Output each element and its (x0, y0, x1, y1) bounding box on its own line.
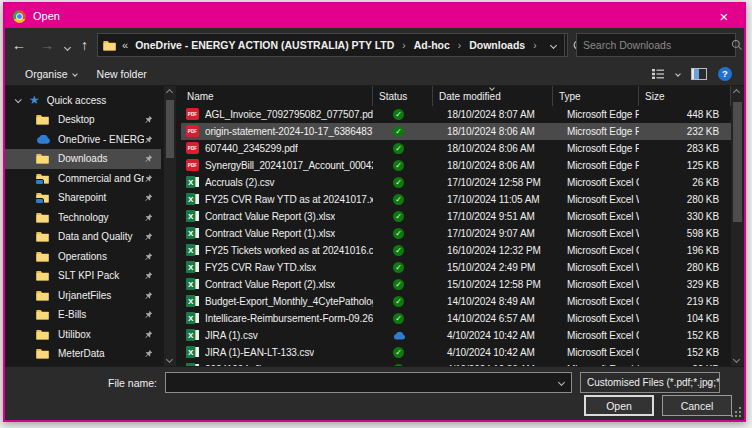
column-header-type[interactable]: Type (553, 86, 639, 106)
help-icon[interactable]: ? (718, 67, 732, 81)
scrollbar-thumb[interactable] (166, 100, 174, 158)
excel-file-icon: X (186, 227, 200, 240)
synced-folder-icon (36, 192, 51, 203)
table-row[interactable]: XFY25 CVR Raw YTD.xlsx✓15/10/2024 2:49 P… (181, 259, 731, 276)
pin-icon[interactable] (144, 174, 153, 183)
up-button[interactable]: ↑ (74, 33, 95, 57)
sidebar-scrollbar[interactable] (164, 86, 176, 366)
pin-icon[interactable] (144, 193, 153, 202)
folder-icon (36, 348, 51, 359)
date-modified: 14/10/2024 6:57 AM (433, 313, 553, 324)
table-row[interactable]: XJIRA (1).csv4/10/2024 10:42 AMMicrosoft… (181, 327, 731, 344)
sidebar-item-technology[interactable]: Technology (5, 208, 161, 228)
table-row[interactable]: PDFAGL_Invoice_7092795082_077507.pdf✓18/… (181, 106, 731, 123)
sidebar-item-commercial-and-growt[interactable]: Commercial and Growt (5, 169, 161, 189)
back-button[interactable]: ← (5, 33, 33, 57)
pin-icon[interactable] (144, 115, 153, 124)
scroll-down-icon[interactable] (733, 356, 740, 363)
sidebar-item-desktop[interactable]: Desktop (5, 110, 161, 130)
sidebar-item-slt-kpi-pack[interactable]: SLT KPI Pack (5, 266, 161, 286)
sidebar-item-meterdata[interactable]: MeterData (5, 344, 161, 364)
table-row[interactable]: XIntellicare-Reimbursement-Form-09.26.2.… (181, 310, 731, 327)
sidebar-item-downloads[interactable]: Downloads (5, 149, 161, 169)
forward-button[interactable]: → (33, 33, 61, 57)
preview-pane-icon[interactable] (691, 68, 707, 80)
search-input[interactable] (577, 39, 724, 51)
status-synced-icon: ✓ (393, 211, 404, 222)
pin-icon[interactable] (144, 271, 153, 280)
sidebar-item-sharepoint[interactable]: Sharepoint (5, 188, 161, 208)
breadcrumb-item-onedrive-energy-action-australia-pty-ltd[interactable]: OneDrive - ENERGY ACTION (AUSTRALIA) PTY… (133, 39, 396, 51)
sidebar-item-onedrive-energy-ac[interactable]: OneDrive - ENERGY AC (5, 130, 161, 150)
view-options-chevron-icon[interactable] (675, 71, 681, 77)
folder-icon (36, 251, 51, 262)
sidebar-item-utilibox[interactable]: Utilibox (5, 325, 161, 345)
status-synced-icon: ✓ (393, 126, 404, 137)
sidebar-item-data-and-quality[interactable]: Data and Quality (5, 227, 161, 247)
table-row[interactable]: XAccruals (2).csv✓17/10/2024 12:58 PMMic… (181, 174, 731, 191)
recent-locations-chevron-icon[interactable] (61, 36, 74, 54)
open-button[interactable]: Open (584, 395, 654, 416)
folder-icon (36, 309, 51, 320)
scroll-down-icon[interactable] (166, 356, 173, 363)
pin-icon[interactable] (144, 154, 153, 163)
breadcrumb-separator-icon[interactable]: › (396, 40, 411, 51)
address-dropdown-chevron-icon[interactable] (543, 34, 564, 56)
pin-icon[interactable] (144, 232, 153, 241)
pin-icon[interactable] (144, 310, 153, 319)
table-row[interactable]: XContract Value Report (2).xlsx✓15/10/20… (181, 276, 731, 293)
sidebar-item-e-bills[interactable]: E-Bills (5, 305, 161, 325)
file-list-scrollbar[interactable] (731, 86, 744, 366)
pin-icon[interactable] (144, 213, 153, 222)
breadcrumb-separator-icon[interactable]: › (527, 40, 542, 51)
quick-access-label: Quick access (47, 95, 106, 106)
file-name-input[interactable] (166, 377, 571, 389)
table-row[interactable]: XFY25 CVR Raw YTD as at 20241017.xlsx✓17… (181, 191, 731, 208)
address-bar[interactable]: « OneDrive - ENERGY ACTION (AUSTRALIA) P… (97, 33, 568, 57)
pin-icon[interactable] (144, 330, 153, 339)
expand-chevron-icon[interactable] (15, 96, 22, 103)
file-size: 598 KB (639, 228, 731, 239)
cancel-button[interactable]: Cancel (662, 395, 732, 416)
table-row[interactable]: XContract Value Report (1).xlsx✓17/10/20… (181, 225, 731, 242)
file-type-select[interactable]: Customised Files (*.pdf;*.jpg;*.c (580, 372, 720, 393)
titlebar[interactable]: Open × (5, 4, 744, 28)
table-row[interactable]: XFY25 Tickets worked as at 20241016.csv✓… (181, 242, 731, 259)
pin-icon[interactable] (144, 135, 153, 144)
status-synced-icon: ✓ (393, 262, 404, 273)
scrollbar-thumb[interactable] (733, 102, 742, 222)
scroll-up-icon[interactable] (166, 89, 173, 96)
column-header-date-modified[interactable]: Date modified (433, 86, 553, 106)
scroll-up-icon[interactable] (733, 89, 740, 96)
breadcrumb-overflow-icon[interactable]: « (122, 39, 128, 51)
table-row[interactable]: PDForigin-statement-2024-10-17_638648370… (181, 123, 731, 140)
sidebar-item-urjanetfiles[interactable]: UrjanetFiles (5, 286, 161, 306)
column-header-size[interactable]: Size (639, 86, 731, 106)
column-header-status[interactable]: Status (373, 86, 433, 106)
sidebar-item-label: Sharepoint (58, 192, 144, 203)
search-box[interactable] (576, 33, 736, 57)
table-row[interactable]: XContract Value Report (3).xlsx✓17/10/20… (181, 208, 731, 225)
table-row[interactable]: XJIRA (1)-EAN-LT-133.csv✓4/10/2024 10:42… (181, 344, 731, 361)
pin-icon[interactable] (144, 291, 153, 300)
pdf-file-icon: PDF (186, 159, 200, 172)
table-row[interactable]: PDF607440_2345299.pdf✓18/10/2024 8:06 AM… (181, 140, 731, 157)
details-view-icon[interactable] (651, 68, 665, 80)
pin-icon[interactable] (144, 252, 153, 261)
file-size: 152 KB (639, 347, 731, 358)
sidebar-section-quick-access[interactable]: ★ Quick access (5, 90, 181, 110)
new-folder-button[interactable]: New folder (87, 62, 157, 85)
open-dialog-window: Open × ← → ↑ « OneDrive - ENERGY ACTION … (3, 2, 746, 422)
close-button[interactable]: × (704, 4, 744, 28)
sidebar-item-operations[interactable]: Operations (5, 247, 161, 267)
resize-grip[interactable] (739, 415, 741, 417)
breadcrumb-item-downloads[interactable]: Downloads (467, 39, 527, 51)
pin-icon[interactable] (144, 349, 153, 358)
table-row[interactable]: PDFSynergyBill_20241017_Account_00042261… (181, 157, 731, 174)
table-row[interactable]: XBudget-Export_Monthly_4CytePathology...… (181, 293, 731, 310)
organise-button[interactable]: Organise (15, 62, 87, 85)
breadcrumb-separator-icon[interactable]: › (452, 40, 467, 51)
breadcrumb-item-ad-hoc[interactable]: Ad-hoc (412, 39, 452, 51)
file-type: Microsoft Excel C... (553, 296, 639, 307)
column-header-name[interactable]: Name (181, 86, 373, 106)
